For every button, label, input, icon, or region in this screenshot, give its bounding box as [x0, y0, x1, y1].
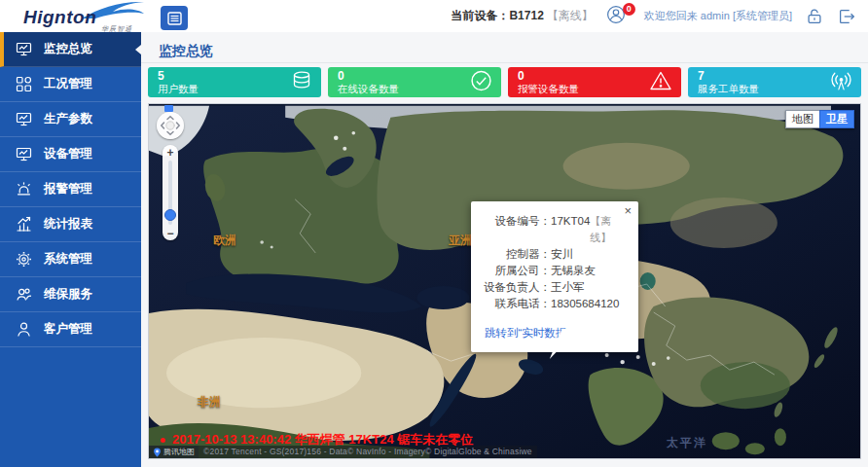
- attribution-text: ©2017 Tencent - GS(2017)156 - Data© NavI…: [199, 446, 537, 458]
- popup-row: 设备编号：17KT04【离线】: [479, 213, 629, 246]
- grid-icon: [16, 76, 32, 92]
- sidebar-toggle-button[interactable]: [161, 6, 188, 30]
- warning-triangle-icon: [649, 70, 672, 95]
- zoom-in-button[interactable]: +: [163, 147, 178, 159]
- sidebar-item-statistics-report[interactable]: 统计报表: [0, 207, 141, 242]
- header-right-group: 当前设备：B1712【离线】 0 欢迎您回来 admin [系统管理员]: [451, 0, 856, 32]
- world-map[interactable]: 欧洲 亚洲 非洲 中 国 太平洋 + − 地图 卫: [148, 103, 861, 459]
- popup-row: 所属公司：无锡泉友: [479, 263, 629, 279]
- database-icon: [291, 70, 312, 95]
- device-offline-status: 【离线】: [590, 213, 629, 246]
- sidebar-item-device-management[interactable]: 设备管理: [0, 137, 141, 172]
- main-content: 监控总览 5 用户数量 0 在线设备数量: [141, 32, 868, 467]
- active-caret: [135, 45, 141, 54]
- sidebar-nav: 监控总览 工况管理 生产参数: [0, 32, 141, 467]
- sidebar-item-label: 报警管理: [44, 181, 92, 198]
- lock-button[interactable]: [805, 7, 824, 26]
- stat-label: 用户数量: [158, 83, 311, 94]
- popup-row: 设备负责人：王小军: [479, 279, 629, 296]
- sidebar-item-label: 客户管理: [44, 321, 92, 338]
- logo-subtext: 华辰智通: [101, 24, 132, 34]
- sidebar-item-monitor-overview[interactable]: 监控总览: [0, 32, 141, 67]
- stat-label: 在线设备数量: [338, 83, 491, 94]
- map-zoom-slider[interactable]: + −: [163, 145, 178, 240]
- sidebar-item-label: 监控总览: [44, 41, 92, 57]
- sidebar-item-label: 统计报表: [44, 216, 92, 233]
- region-label-asia: 亚洲: [449, 233, 472, 249]
- stat-value: 0: [338, 70, 491, 83]
- current-device-status: 【离线】: [547, 9, 594, 22]
- current-device-text: 当前设备：B1712【离线】: [451, 8, 593, 24]
- satellite-mode-button[interactable]: 卫星: [819, 110, 854, 128]
- title-divider: [141, 62, 868, 63]
- alarm-icon: [16, 181, 32, 198]
- device-info-popup: × 设备编号：17KT04【离线】 控制器：安川 所属公司：无锡泉友 设备负责人…: [471, 201, 638, 352]
- region-label-africa: 非洲: [198, 394, 221, 411]
- map-pin-icon: [153, 448, 162, 457]
- monitor-icon: [16, 41, 32, 57]
- map-pan-control[interactable]: [157, 112, 184, 139]
- alert-dot-icon: [161, 438, 165, 443]
- map-provider-logo: 腾讯地图: [149, 446, 199, 458]
- stat-card-online-devices[interactable]: 0 在线设备数量: [328, 67, 501, 97]
- map-type-toggle: 地图 卫星: [785, 110, 854, 128]
- popup-row: 控制器：安川: [479, 246, 629, 263]
- gear-icon: [16, 251, 32, 268]
- current-device-label: 当前设备：B1712: [451, 9, 543, 22]
- realtime-data-link[interactable]: 跳转到“实时数据”: [485, 326, 570, 341]
- map-overview-button[interactable]: [164, 105, 173, 112]
- sidebar-item-customer-management[interactable]: 客户管理: [0, 312, 141, 347]
- screen: Hignton 华辰智通 当前设备：B1712【离线】 0: [0, 0, 868, 467]
- sidebar-item-label: 工况管理: [44, 76, 92, 92]
- logo-text: Hignton: [23, 7, 96, 28]
- sidebar-item-label: 系统管理: [44, 251, 92, 268]
- notification-button[interactable]: 0: [606, 5, 632, 28]
- radar-icon: [830, 69, 852, 95]
- sidebar-item-label: 设备管理: [44, 146, 92, 162]
- hamburger-icon: [167, 12, 182, 25]
- stat-card-alarm-devices[interactable]: 0 报警设备数量: [508, 67, 681, 97]
- stat-card-users[interactable]: 5 用户数量: [148, 67, 321, 97]
- zoom-out-button[interactable]: −: [163, 228, 178, 239]
- sidebar-item-production-params[interactable]: 生产参数: [0, 102, 141, 137]
- popup-row: 联系电话：18305684120: [479, 296, 629, 312]
- stat-value: 5: [158, 70, 311, 83]
- check-circle-icon: [470, 69, 492, 95]
- top-header: Hignton 华辰智通 当前设备：B1712【离线】 0: [0, 0, 868, 32]
- monitor-icon: [16, 111, 32, 127]
- welcome-text: 欢迎您回来 admin [系统管理员]: [644, 9, 792, 23]
- sidebar-item-label: 生产参数: [44, 111, 92, 127]
- chart-icon: [16, 216, 32, 233]
- zoom-knob[interactable]: [164, 209, 176, 221]
- notification-count-badge: 0: [623, 3, 635, 16]
- map-attribution: 腾讯地图 ©2017 Tencent - GS(2017)156 - Data©…: [149, 446, 537, 458]
- close-icon[interactable]: ×: [624, 205, 632, 217]
- sidebar-item-working-condition[interactable]: 工况管理: [0, 67, 141, 102]
- stat-card-work-orders[interactable]: 7 服务工单数量: [688, 67, 861, 97]
- person-icon: [16, 321, 32, 338]
- brand-logo: Hignton 华辰智通: [23, 1, 142, 32]
- sidebar-item-maintenance-service[interactable]: 维保服务: [0, 277, 141, 312]
- stat-cards-row: 5 用户数量 0 在线设备数量: [148, 67, 861, 97]
- stat-label: 服务工单数量: [698, 83, 851, 94]
- sidebar-item-label: 维保服务: [44, 286, 92, 303]
- region-label-europe: 欧洲: [213, 233, 236, 249]
- logout-button[interactable]: [837, 7, 856, 26]
- stat-value: 7: [698, 70, 851, 83]
- region-label-pacific: 太平洋: [667, 435, 707, 451]
- map-mode-button[interactable]: 地图: [785, 110, 819, 128]
- sidebar-item-system-management[interactable]: 系统管理: [0, 242, 141, 277]
- sidebar-item-alarm-management[interactable]: 报警管理: [0, 172, 141, 207]
- monitor-icon: [16, 146, 32, 162]
- people-icon: [16, 286, 32, 303]
- page-title: 监控总览: [159, 43, 213, 60]
